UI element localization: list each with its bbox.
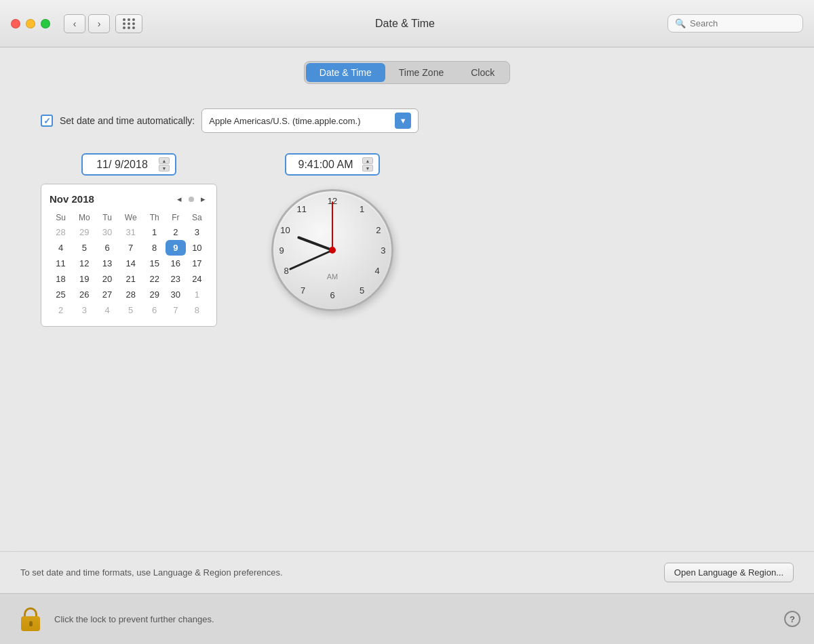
calendar-day[interactable]: 13 (96, 256, 118, 271)
time-increment-button[interactable]: ▲ (362, 157, 373, 164)
minimize-button[interactable] (26, 19, 35, 28)
clock-number-11: 11 (297, 204, 307, 214)
calendar-day[interactable]: 6 (144, 302, 166, 318)
calendar-day[interactable]: 1 (186, 287, 208, 302)
traffic-lights (11, 19, 50, 28)
calendar-day[interactable]: 4 (96, 302, 118, 318)
time-decrement-button[interactable]: ▼ (362, 165, 373, 172)
calendar-day[interactable]: 14 (118, 256, 144, 271)
dropdown-arrow-icon: ▼ (395, 113, 411, 129)
calendar-day[interactable]: 1 (144, 224, 166, 240)
calendar-day[interactable]: 6 (96, 240, 118, 256)
tab-time-zone[interactable]: Time Zone (385, 63, 457, 82)
lock-icon (21, 607, 40, 631)
help-button[interactable]: ? (784, 611, 800, 627)
window-title: Date & Time (142, 18, 667, 30)
forward-button[interactable]: › (88, 14, 110, 33)
checkmark-icon: ✓ (43, 117, 51, 125)
titlebar: ‹ › Date & Time 🔍 (0, 0, 814, 47)
calendar-day[interactable]: 24 (186, 271, 208, 287)
calendar-day[interactable]: 28 (118, 287, 144, 302)
tab-clock[interactable]: Clock (457, 63, 508, 82)
search-box[interactable]: 🔍 (667, 14, 803, 33)
calendar-day[interactable]: 2 (166, 224, 186, 240)
time-input[interactable]: 9:41:00 AM ▲ ▼ (285, 153, 380, 176)
server-dropdown[interactable]: Apple Americas/U.S. (time.apple.com.) ▼ (201, 108, 419, 133)
calendar-day[interactable]: 30 (96, 224, 118, 240)
calendar-day[interactable]: 7 (118, 240, 144, 256)
calendar-day[interactable]: 3 (72, 302, 96, 318)
calendar-day[interactable]: 21 (118, 271, 144, 287)
calendar-day[interactable]: 29 (144, 287, 166, 302)
calendar-day[interactable]: 31 (118, 224, 144, 240)
main-content: Date & Time Time Zone Clock ✓ Set date a… (0, 47, 814, 593)
calendar-day[interactable]: 23 (166, 271, 186, 287)
auto-label: Set date and time automatically: (60, 115, 195, 126)
calendar-day[interactable]: 10 (186, 240, 208, 256)
calendar-day[interactable]: 22 (144, 271, 166, 287)
time-stepper: ▲ ▼ (362, 157, 373, 172)
bottom-info: To set date and time formats, use Langua… (0, 551, 814, 593)
calendar-day[interactable]: 5 (72, 240, 96, 256)
calendar-month-year: Nov 2018 (50, 193, 94, 205)
date-value: 11/ 9/2018 (88, 159, 156, 171)
search-icon: 🔍 (675, 18, 686, 28)
clock-number-3: 3 (381, 245, 385, 256)
calendar-day[interactable]: 29 (72, 224, 96, 240)
calendar-day[interactable]: 5 (118, 302, 144, 318)
tab-date-time[interactable]: Date & Time (306, 63, 385, 82)
clock-number-8: 8 (284, 265, 289, 275)
calendar-day[interactable]: 3 (186, 224, 208, 240)
lock-text: Click the lock to prevent further change… (54, 614, 784, 624)
date-increment-button[interactable]: ▲ (159, 157, 170, 164)
calendar-day[interactable]: 19 (72, 271, 96, 287)
cal-header-tu: Tu (96, 211, 118, 224)
maximize-button[interactable] (41, 19, 50, 28)
calendar-day[interactable]: 17 (186, 256, 208, 271)
auto-row: ✓ Set date and time automatically: Apple… (41, 108, 773, 133)
content-panel: ✓ Set date and time automatically: Apple… (14, 95, 800, 551)
calendar-day[interactable]: 26 (72, 287, 96, 302)
calendar-day[interactable]: 16 (166, 256, 186, 271)
calendar-day[interactable]: 25 (50, 287, 72, 302)
clock-number-6: 6 (330, 290, 334, 300)
calendar-next-button[interactable]: ▸ (198, 193, 208, 205)
calendar-day[interactable]: 15 (144, 256, 166, 271)
tab-group: Date & Time Time Zone Clock (304, 61, 510, 84)
auto-checkbox[interactable]: ✓ (41, 115, 53, 127)
calendar-day[interactable]: 11 (50, 256, 72, 271)
calendar-day[interactable]: 7 (166, 302, 186, 318)
calendar-day[interactable]: 9 (166, 240, 186, 256)
cal-header-we: We (118, 211, 144, 224)
calendar-day[interactable]: 8 (186, 302, 208, 318)
calendar-prev-button[interactable]: ◂ (174, 193, 185, 205)
search-input[interactable] (690, 18, 796, 28)
second-hand (332, 201, 333, 250)
bottom-info-text: To set date and time formats, use Langua… (20, 567, 653, 578)
cal-header-th: Th (144, 211, 166, 224)
open-language-region-button[interactable]: Open Language & Region... (664, 563, 794, 582)
cal-header-fr: Fr (166, 211, 186, 224)
calendar-day[interactable]: 8 (144, 240, 166, 256)
back-button[interactable]: ‹ (64, 14, 85, 33)
server-name: Apple Americas/U.S. (time.apple.com.) (209, 116, 389, 126)
date-input[interactable]: 11/ 9/2018 ▲ ▼ (81, 153, 176, 176)
calendar-day[interactable]: 30 (166, 287, 186, 302)
lock-button[interactable] (14, 602, 47, 636)
analog-clock: 12 1 2 3 4 5 6 7 8 9 10 11 (271, 189, 393, 311)
nav-buttons: ‹ › (64, 14, 110, 33)
calendar-day[interactable]: 2 (50, 302, 72, 318)
close-button[interactable] (11, 19, 20, 28)
calendar-day[interactable]: 27 (96, 287, 118, 302)
calendar-day[interactable]: 28 (50, 224, 72, 240)
cal-header-su: Su (50, 211, 72, 224)
date-decrement-button[interactable]: ▼ (159, 165, 170, 172)
calendar-day[interactable]: 4 (50, 240, 72, 256)
calendar-day[interactable]: 18 (50, 271, 72, 287)
clock-number-7: 7 (301, 285, 305, 296)
grid-view-button[interactable] (115, 14, 142, 33)
calendar-day[interactable]: 12 (72, 256, 96, 271)
calendar-day[interactable]: 20 (96, 271, 118, 287)
clock-number-1: 1 (360, 204, 364, 214)
calendar-nav: ◂ ▸ (174, 193, 208, 205)
